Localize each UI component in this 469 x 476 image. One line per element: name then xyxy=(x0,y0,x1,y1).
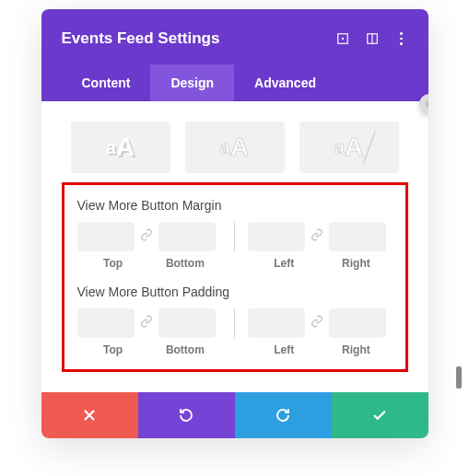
text-style-outline[interactable]: aA xyxy=(185,122,285,173)
panel-body: aA aA aA View More Button Margin Top Bot… xyxy=(41,101,428,392)
padding-left-input[interactable] xyxy=(248,308,305,338)
margin-bottom-input[interactable] xyxy=(158,222,216,251)
tab-content[interactable]: Content xyxy=(62,64,151,101)
save-button[interactable] xyxy=(332,392,428,438)
margin-right-label: Right xyxy=(320,257,392,270)
margin-left-label: Left xyxy=(248,257,320,270)
padding-label: View More Button Padding xyxy=(77,284,393,299)
text-style-italic[interactable]: aA xyxy=(299,122,399,173)
panel-title: Events Feed Settings xyxy=(62,29,220,48)
expand-icon[interactable] xyxy=(336,32,349,45)
tab-design[interactable]: Design xyxy=(150,64,234,101)
margin-controls: Top Bottom Left Right xyxy=(77,222,393,270)
margin-label: View More Button Margin xyxy=(77,198,393,213)
snap-icon[interactable] xyxy=(366,32,379,45)
padding-right-label: Right xyxy=(320,343,392,356)
margin-left-input[interactable] xyxy=(248,222,305,251)
link-icon[interactable] xyxy=(311,228,323,245)
padding-top-label: Top xyxy=(77,343,149,356)
panel-header: Events Feed Settings Content Design Adva… xyxy=(41,9,428,101)
tabs: Content Design Advanced xyxy=(62,64,408,101)
padding-bottom-label: Bottom xyxy=(149,343,221,356)
margin-top-input[interactable] xyxy=(77,222,135,251)
highlighted-section: View More Button Margin Top Bottom xyxy=(62,182,408,372)
padding-right-input[interactable] xyxy=(329,308,386,338)
link-icon[interactable] xyxy=(140,228,153,245)
link-icon[interactable] xyxy=(140,315,153,331)
margin-bottom-label: Bottom xyxy=(149,257,221,270)
undo-button[interactable] xyxy=(138,392,235,438)
redo-button[interactable] xyxy=(235,392,332,438)
resize-handle[interactable] xyxy=(456,366,462,389)
footer-actions xyxy=(41,392,428,438)
settings-panel: Events Feed Settings Content Design Adva… xyxy=(41,9,428,438)
padding-bottom-input[interactable] xyxy=(158,308,216,338)
padding-top-input[interactable] xyxy=(77,308,135,338)
padding-controls: Top Bottom Left Right xyxy=(77,308,393,356)
divider xyxy=(234,222,235,251)
padding-left-label: Left xyxy=(248,343,320,356)
tab-advanced[interactable]: Advanced xyxy=(234,64,336,101)
divider xyxy=(234,308,235,338)
close-button[interactable] xyxy=(41,392,138,438)
svg-point-1 xyxy=(341,38,343,40)
margin-top-label: Top xyxy=(77,257,149,270)
text-style-shadow[interactable]: aA xyxy=(71,122,170,173)
text-style-options: aA aA aA xyxy=(62,122,408,173)
link-icon[interactable] xyxy=(311,315,323,331)
header-top: Events Feed Settings xyxy=(62,29,408,64)
more-icon[interactable] xyxy=(395,32,408,45)
margin-right-input[interactable] xyxy=(329,222,386,251)
header-controls xyxy=(336,32,408,45)
